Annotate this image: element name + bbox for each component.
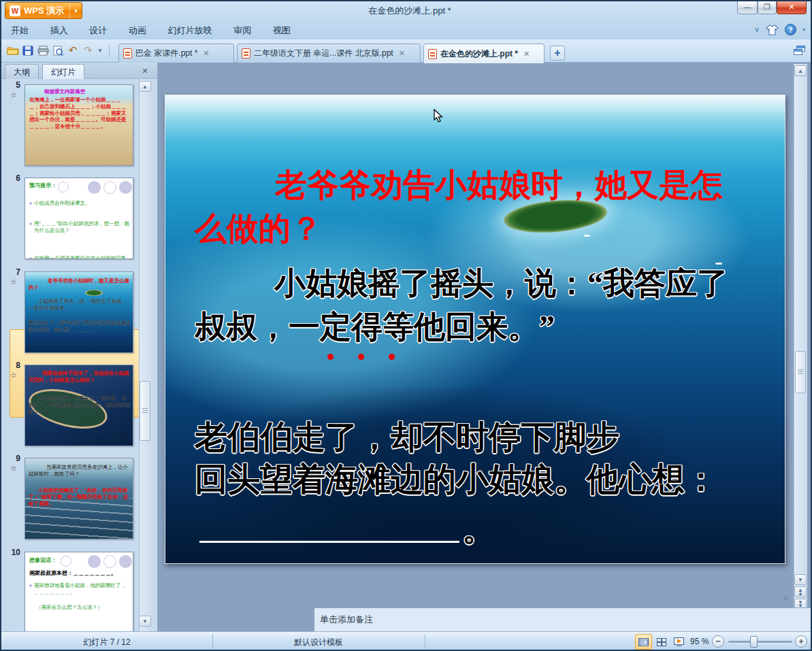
h-scroll-right-arrow[interactable]: ▶ [784, 595, 789, 601]
new-tab-button[interactable]: + [550, 46, 565, 61]
thumb-line: 画家惊讶地看着小姑娘，他的眼圈红了，＿＿＿＿＿＿＿。 [29, 582, 130, 596]
app-menu-dropdown-icon[interactable]: ▾ [69, 3, 82, 18]
blank-underline [199, 518, 459, 543]
thumb-bullet: 你能用一个词语来概括你对小姑娘的印象吗？ [29, 255, 130, 259]
menu-item-insert[interactable]: 插入 [41, 22, 78, 39]
open-button[interactable] [6, 44, 20, 57]
menu-item-slideshow[interactable]: 幻灯片放映 [159, 22, 222, 39]
help-dropdown-icon[interactable]: ▾ [802, 27, 805, 33]
main-scrollbar[interactable] [794, 64, 807, 610]
animation-star-icon[interactable]: ☆ [10, 464, 21, 473]
menu-item-home[interactable]: 开始 [1, 22, 38, 39]
doc-tab-active[interactable]: 在金色的沙滩上.ppt * ✕ [423, 44, 545, 63]
slide-thumbnail[interactable]: 想像说话： 画家叔叔原本想：＿＿＿＿＿＿＿。 画家惊讶地看着小姑娘，他的眼圈红了… [25, 552, 133, 631]
slide-thumbnail-current[interactable]: 老爷爷劝告小姑娘时，她又是怎么做的？ 小姑娘摇了摇头，说：“我答应了叔叔，一定得… [25, 271, 133, 353]
thumb-line: （画家会怎么想？怎么说？） [36, 604, 131, 611]
minimize-button[interactable]: — [737, 1, 758, 14]
ppt-file-icon [242, 48, 250, 59]
zoom-in-button[interactable]: + [795, 635, 807, 648]
slide-counter: 幻灯片 7 / 12 [1, 637, 212, 648]
mouse-cursor [434, 109, 444, 123]
doc-tab-label: 二年级语文下册 幸运...课件 北京版.ppt [254, 48, 393, 59]
animation-star-icon[interactable]: ☆ [10, 278, 21, 286]
slide-number: 8 [5, 361, 20, 370]
quote-line-2: 叔叔，一定得等他回来。” [195, 305, 780, 349]
app-window: W WPS 演示 ▾ 在金色的沙滩上.ppt * — ❐ ✕ 开始 插入 设计 … [0, 0, 812, 651]
slide-thumbnail[interactable]: 画家叔叔终于回来了，当他送给小姑娘贝壳时，小姑娘是怎么做的？ 小姑娘摇摇头，对画… [25, 365, 133, 446]
toolbar-more-dropdown-icon[interactable]: ▾ [96, 44, 104, 57]
skin-shirt-icon[interactable] [766, 24, 779, 35]
slides-panel: 大纲 幻灯片 ✕ 5 ☆ 根据课文内容填空 在海滩上，一位画家请一个小姑娘＿＿＿… [1, 63, 158, 631]
app-button[interactable]: W WPS 演示 ▾ [5, 2, 82, 19]
status-bar: 幻灯片 7 / 12 默认设计模板 95 % − + [1, 631, 811, 651]
print-preview-button[interactable] [51, 44, 65, 57]
thumb-narration: 老伯伯走了，却不时停下脚步回头望着海滩边的小姑娘。他心想：＿＿＿＿。 [29, 320, 132, 333]
panel-scroll-down-button[interactable]: ▼ [139, 616, 151, 627]
doc-tab[interactable]: 巴金 家课件.ppt * ✕ [118, 44, 234, 63]
slideshow-button[interactable] [670, 634, 687, 650]
editing-area: 老爷爷劝告小姑娘时，她又是怎 么做的？ 小姑娘摇了摇头，说：“我答应了 叔叔，一… [158, 63, 812, 631]
panel-scroll-thumb[interactable] [140, 381, 150, 441]
menu-item-design[interactable]: 设计 [80, 22, 116, 39]
ppt-file-icon [428, 49, 437, 59]
thumb-heading: 根据课文内容填空 [44, 88, 85, 95]
slide-number: 6 [5, 173, 20, 183]
tab-close-icon[interactable]: ✕ [399, 49, 405, 58]
slide-sorter-button[interactable] [653, 634, 670, 650]
doc-tab[interactable]: 二年级语文下册 幸运...课件 北京版.ppt ✕ [237, 44, 421, 63]
zoom-out-button[interactable]: − [712, 635, 724, 648]
normal-view-button[interactable] [635, 634, 652, 650]
window-title: 在金色的沙滩上.ppt * [206, 5, 614, 17]
slide-quote-text[interactable]: 小姑娘摇了摇头，说：“我答应了 叔叔，一定得等他回来。” [195, 262, 780, 349]
question-line-2: 么做的？ [195, 207, 780, 250]
slide-canvas[interactable]: 老爷爷劝告小姑娘时，她又是怎 么做的？ 小姑娘摇了摇头，说：“我答应了 叔叔，一… [165, 95, 785, 564]
zoom-slider-track[interactable] [728, 641, 792, 643]
menu-item-animation[interactable]: 动画 [119, 22, 156, 39]
animation-star-icon[interactable]: ☆ [10, 90, 21, 99]
slides-tab[interactable]: 幻灯片 [42, 64, 84, 79]
notes-pane[interactable]: 单击添加备注 [314, 607, 812, 631]
document-tab-bar: ↶ ↷ ▾ 巴金 家课件.ppt * ✕ 二年级语文下册 幸运...课件 北京版… [1, 39, 811, 63]
slide-number: 7 [5, 267, 20, 277]
redo-button[interactable]: ↷ [81, 44, 95, 57]
print-button[interactable] [36, 44, 50, 57]
panel-scroll-up-button[interactable]: ▲ [139, 81, 151, 92]
panel-scrollbar[interactable] [139, 80, 152, 631]
menu-item-view[interactable]: 视图 [263, 22, 300, 39]
emphasis-dots [327, 354, 395, 360]
slide-number: 10 [5, 548, 20, 557]
zoom-slider-thumb[interactable] [750, 636, 758, 648]
restore-button[interactable]: ❐ [758, 1, 777, 14]
menu-item-review[interactable]: 审阅 [224, 22, 261, 39]
slide-number: 9 [5, 454, 20, 463]
main-scroll-up-button[interactable]: ▲ [794, 65, 807, 76]
thumb-heading: 想像说话： [29, 557, 56, 564]
close-button[interactable]: ✕ [777, 1, 807, 14]
panel-close-icon[interactable]: ✕ [140, 65, 150, 76]
app-name: WPS 演示 [24, 5, 69, 17]
animation-star-icon[interactable]: ☆ [10, 371, 21, 380]
main-scroll-thumb[interactable] [795, 351, 806, 393]
slide-thumbnail[interactable]: 根据课文内容填空 在海滩上，一位画家请一个小姑娘＿＿＿＿，自己游到礁石上＿＿＿；… [25, 84, 133, 166]
slide-thumbnail[interactable]: 当画家故意把贝壳丢在沙滩上，让小姑娘捡时，她捡了吗？ 小姑娘把他喊住了：“叔叔，… [25, 458, 133, 539]
previous-slide-button[interactable]: ▲▲ [794, 586, 807, 597]
blank-period: 。 [462, 507, 495, 551]
template-name[interactable]: 默认设计模板 [213, 637, 424, 648]
save-button[interactable] [21, 44, 35, 57]
help-icon[interactable]: ? [785, 24, 796, 35]
quote-line-1: 小姑娘摇了摇头，说：“我答应了 [195, 262, 780, 305]
outline-tab[interactable]: 大纲 [5, 64, 39, 79]
slide-thumbnail[interactable]: 预习提示： 小组成员合作朗读课文。 用“＿＿＿”划出小姑娘说的话，想一想：她为什… [25, 178, 133, 259]
undo-button[interactable]: ↶ [66, 44, 80, 57]
tab-close-icon[interactable]: ✕ [203, 49, 209, 58]
collapse-ribbon-icon[interactable]: ∨ [754, 25, 760, 34]
slide-question-text[interactable]: 老爷爷劝告小姑娘时，她又是怎 么做的？ [195, 163, 780, 250]
thumb-quote: 小姑娘把他喊住了：“叔叔，你的贝壳掉了！”她弯下腰，把一颗颗贝壳捡了起来，还给了… [29, 487, 131, 507]
ppt-file-icon [123, 48, 132, 59]
thumb-quote: 小姑娘摇摇头，对画家说：“我不要，老师说了，不能随便要别人的东西。我要回家吃饭了… [29, 395, 131, 415]
tab-close-icon[interactable]: ✕ [523, 50, 530, 59]
resize-grip[interactable] [809, 646, 812, 649]
main-scroll-down-button[interactable]: ▼ [794, 574, 807, 585]
question-line-1: 老爷爷劝告小姑娘时，她又是怎 [195, 163, 780, 207]
slide-narration-text[interactable]: 老伯伯走了，却不时停下脚步 回头望着海滩边的小姑娘。他心想： [195, 416, 785, 501]
